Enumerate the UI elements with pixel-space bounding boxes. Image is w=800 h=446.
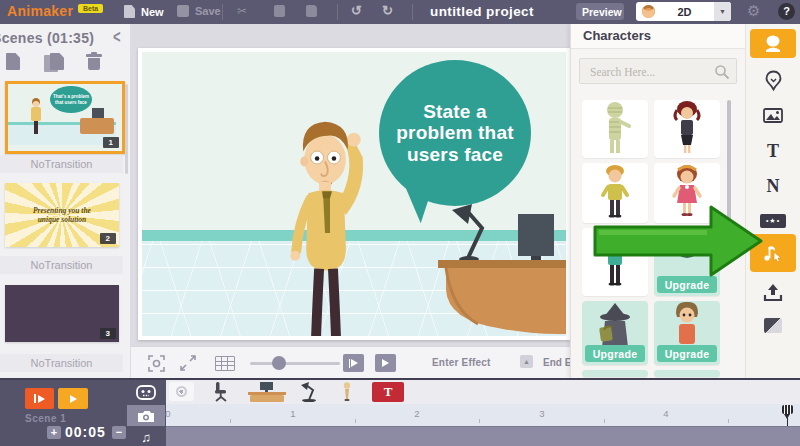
desk-prop[interactable] [438, 200, 566, 336]
transition-slot[interactable]: NoTransition [0, 155, 123, 173]
scene-3-thumbnail[interactable]: 3 [5, 285, 119, 342]
characters-tool-button[interactable] [750, 29, 796, 58]
increase-duration-button[interactable]: + [47, 426, 61, 439]
character-item-businesswoman[interactable] [654, 100, 720, 158]
play-button[interactable] [375, 354, 396, 372]
play-scene-button[interactable] [58, 388, 88, 409]
effect-dropdown-icon[interactable]: ▲ [520, 355, 533, 368]
project-title[interactable]: untitled project [430, 4, 534, 19]
play-from-start-button[interactable] [25, 388, 54, 409]
help-button[interactable]: ? [778, 3, 795, 20]
upgrade-button[interactable]: Upgrade [585, 345, 645, 362]
scene-2-caption: Presenting you the unique solution [23, 206, 101, 225]
decrease-duration-button[interactable]: − [112, 426, 126, 439]
ruler-minor-tick [479, 419, 480, 423]
bubble-line: State a [423, 101, 487, 122]
transition-icon [764, 318, 782, 333]
witch-figure [592, 301, 638, 351]
enter-effect-label[interactable]: Enter Effect [432, 357, 491, 368]
character-item-icon[interactable] [342, 382, 352, 402]
character-item-partial[interactable] [582, 370, 648, 377]
expand-icon[interactable] [180, 355, 196, 371]
image-icon [763, 108, 783, 123]
paste-icon[interactable] [306, 5, 317, 17]
zoom-slider-track[interactable] [250, 362, 340, 365]
play-bar-glyph [349, 359, 350, 368]
music-track-header[interactable]: ♫ [127, 427, 165, 446]
character-item-witch[interactable]: Upgrade [582, 301, 648, 365]
save-label: Save [195, 5, 221, 17]
sidebar-scrollbar[interactable] [125, 84, 128, 174]
visibility-toggle[interactable] [169, 382, 194, 401]
zoom-slider-knob[interactable] [272, 356, 286, 370]
scene-number-badge: 1 [103, 137, 119, 148]
play-scene-button[interactable] [343, 354, 364, 372]
gear-icon[interactable]: ⚙ [747, 2, 760, 20]
delete-scene-icon[interactable] [86, 52, 102, 70]
character-item-mummy[interactable] [582, 100, 648, 158]
text-item-chip[interactable]: T [372, 382, 404, 402]
new-file-icon [124, 5, 135, 18]
desk-item-icon[interactable] [248, 382, 286, 402]
scenes-header: Scenes (01:35) [0, 30, 94, 46]
camera-track-header[interactable] [127, 405, 165, 426]
copy-icon[interactable] [274, 5, 285, 17]
playhead-handle[interactable] [782, 405, 793, 414]
canvas-character[interactable] [270, 100, 390, 336]
play-bar-glyph [34, 394, 36, 403]
asset-toolbar: T N •★• [745, 24, 800, 378]
undo-icon[interactable]: ↺ [351, 3, 362, 18]
timeline-track[interactable] [166, 426, 800, 446]
duplicate-scene-icon[interactable] [44, 53, 64, 72]
transition-tool-button[interactable] [750, 310, 796, 340]
grid-toggle-icon[interactable] [215, 356, 235, 371]
timeline-bar: Scene 1 + 00:05 − ♫ [0, 378, 800, 446]
new-label: New [141, 6, 164, 18]
collapse-chevron-icon[interactable]: < [113, 26, 121, 47]
center-target-icon[interactable] [148, 355, 165, 372]
character-track-header[interactable] [127, 380, 165, 404]
text-tool-glyph: T [767, 141, 779, 162]
duplicate-front-sheet [50, 53, 64, 70]
ruler-minor-tick [355, 419, 356, 423]
scene-items-row: T [166, 380, 800, 404]
scenes-sidebar: Scenes (01:35) < That's a problem that u… [0, 24, 131, 378]
ruler-minor-tick [604, 419, 605, 423]
preview-button[interactable]: Preview [576, 3, 624, 20]
upgrade-button[interactable]: Upgrade [657, 345, 717, 362]
numbers-tool-glyph: N [767, 176, 780, 197]
canvas[interactable]: State a problem that users face [138, 48, 570, 340]
upload-icon [763, 283, 783, 302]
props-tool-button[interactable] [750, 65, 796, 95]
scene-1-thumbnail[interactable]: That's a problem that users face 1 [5, 81, 125, 154]
search-icon[interactable] [714, 64, 730, 80]
character-item-partial[interactable] [654, 370, 720, 377]
new-button[interactable]: New [124, 5, 164, 18]
speech-bubble[interactable]: State a problem that users face [379, 60, 531, 206]
scene-duration: 00:05 [65, 424, 106, 440]
avatar-icon [642, 5, 655, 18]
character-item-brown-hair-boy[interactable]: Upgrade [654, 301, 720, 365]
mode-dropdown[interactable]: 2D ▼ [636, 2, 731, 21]
chair-item-icon[interactable] [214, 382, 228, 402]
ruler-tick-label: 4 [661, 408, 671, 419]
tutorial-arrow [593, 202, 765, 280]
search-box [579, 58, 737, 84]
save-button[interactable]: Save [177, 5, 221, 17]
numbers-tool-button[interactable]: N [750, 171, 796, 201]
upload-tool-button[interactable] [750, 277, 796, 307]
cut-icon[interactable]: ✂ [237, 4, 247, 18]
timeline-ruler[interactable]: 0 1 2 3 4 [166, 404, 800, 426]
eye-icon [176, 386, 187, 397]
background-tool-button[interactable] [750, 100, 796, 130]
transition-slot[interactable]: NoTransition [0, 354, 123, 372]
search-input[interactable] [588, 63, 710, 81]
scene-2-thumbnail[interactable]: Presenting you the unique solution 2 [5, 183, 119, 247]
pin-icon [765, 70, 782, 91]
transition-slot[interactable]: NoTransition [0, 256, 123, 274]
lamp-item-icon[interactable] [300, 382, 318, 402]
play-triangle-glyph [38, 395, 45, 403]
add-scene-icon[interactable] [6, 53, 20, 70]
text-tool-button[interactable]: T [750, 136, 796, 166]
redo-icon[interactable]: ↻ [382, 3, 393, 18]
